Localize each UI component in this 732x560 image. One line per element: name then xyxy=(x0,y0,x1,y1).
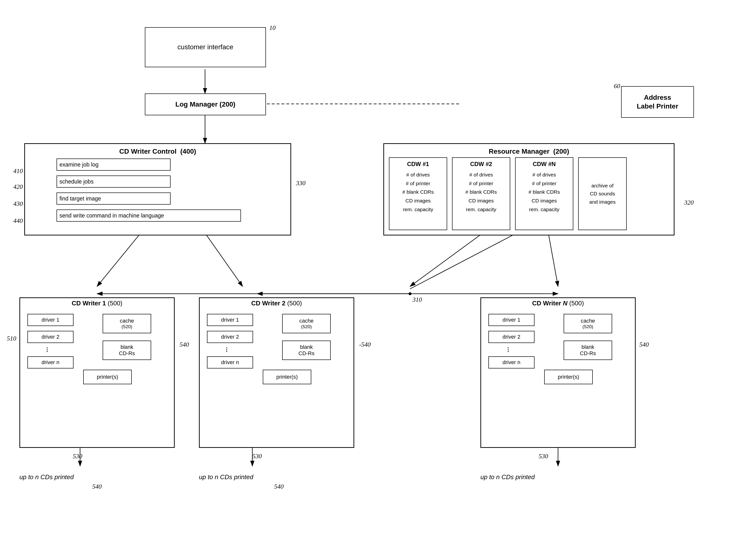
ref-320: 320 xyxy=(684,199,694,206)
printers-n: printer(s) xyxy=(544,370,593,384)
address-label-printer-box: Address Label Printer xyxy=(621,86,694,118)
log-manager-box: Log Manager (200) xyxy=(145,93,266,115)
driver2-2: driver 2 xyxy=(207,331,253,343)
cd-writer-1-box: CD Writer 1 (500) driver 1 driver 2 ⋮ dr… xyxy=(19,297,175,448)
address-label-printer-label: Address Label Printer xyxy=(637,93,678,111)
cd-writer-control-title: CD Writer Control (400) xyxy=(25,146,291,157)
ref-430: 430 xyxy=(13,200,23,208)
svg-line-6 xyxy=(205,233,243,286)
drivern-2: driver n xyxy=(207,356,253,368)
arrows-svg xyxy=(0,0,732,560)
examine-job-log-box: examine job log xyxy=(57,159,171,171)
ref-540-blank-1: 540 xyxy=(180,341,189,348)
resource-manager-box: Resource Manager (200) CDW #1 # of drive… xyxy=(383,143,674,235)
cd-writer-control-box: CD Writer Control (400) examine job log … xyxy=(24,143,291,235)
ref-310: 310 xyxy=(412,296,422,303)
printers-2: printer(s) xyxy=(263,370,311,384)
cache-n: cache (520) xyxy=(564,314,612,333)
ref-530-2: 530 xyxy=(252,453,262,460)
ref-10: 10 xyxy=(269,24,276,32)
output-label-2: up to n CDs printed xyxy=(199,473,253,481)
driver2-n: driver 2 xyxy=(488,331,534,343)
dots-n: ⋮ xyxy=(505,347,511,353)
drivern-n: driver n xyxy=(488,356,534,368)
ref-510-1: 510 xyxy=(7,335,16,342)
svg-line-8 xyxy=(410,233,517,289)
svg-point-10 xyxy=(408,292,411,295)
driver1-2: driver 1 xyxy=(207,314,253,326)
archive-col: archive ofCD soundsand images xyxy=(578,157,627,230)
cd-writer-n-title: CD Writer N (500) xyxy=(481,298,635,308)
cd-writer-2-box: CD Writer 2 (500) driver 1 driver 2 ⋮ dr… xyxy=(199,297,354,448)
cd-writer-1-title: CD Writer 1 (500) xyxy=(20,298,174,308)
cdw-2-col: CDW #2 # of drives# of printer# blank CD… xyxy=(452,157,510,230)
printers-1: printer(s) xyxy=(83,370,132,384)
driver1-1: driver 1 xyxy=(27,314,74,326)
svg-line-7 xyxy=(410,233,483,286)
log-manager-label: Log Manager (200) xyxy=(175,100,235,109)
ref-440: 440 xyxy=(13,217,23,225)
cache-2: cache (520) xyxy=(282,314,331,333)
ref-530-n: 530 xyxy=(539,453,548,460)
driver1-n: driver 1 xyxy=(488,314,534,326)
ref-410: 410 xyxy=(13,167,23,175)
cd-writer-2-title: CD Writer 2 (500) xyxy=(200,298,354,308)
resource-manager-title: Resource Manager (200) xyxy=(384,146,674,157)
drivern-1: driver n xyxy=(27,356,74,368)
ref-540-out-2: 540 xyxy=(274,483,284,490)
cache-1: cache (520) xyxy=(103,314,151,333)
ref-420: 420 xyxy=(13,183,23,191)
output-label-1: up to n CDs printed xyxy=(19,473,74,481)
dots-2: ⋮ xyxy=(224,347,229,353)
ref-330: 330 xyxy=(296,180,306,187)
ref-530-1: 530 xyxy=(73,453,82,460)
customer-interface-box: customer interface xyxy=(145,27,266,67)
blank-cdrs-1: blankCD-Rs xyxy=(103,341,151,360)
send-write-command-box: send write command in machine language xyxy=(57,209,241,222)
ref-540-out-1: 540 xyxy=(92,483,102,490)
diagram: customer interface 10 Log Manager (200) … xyxy=(0,0,732,560)
driver2-1: driver 2 xyxy=(27,331,74,343)
ref-60: 60 xyxy=(614,83,620,90)
output-label-n: up to n CDs printed xyxy=(480,473,535,481)
schedule-jobs-box: schedule jobs xyxy=(57,176,171,188)
cd-writer-n-box: CD Writer N (500) driver 1 driver 2 ⋮ dr… xyxy=(480,297,636,448)
svg-line-5 xyxy=(97,233,141,286)
cdw-n-col: CDW #N # of drives# of printer# blank CD… xyxy=(515,157,573,230)
blank-cdrs-n: blankCD-Rs xyxy=(564,341,612,360)
find-target-image-box: find target image xyxy=(57,192,171,205)
ref-540-2: -540 xyxy=(359,341,371,348)
svg-line-9 xyxy=(548,233,558,286)
dots-1: ⋮ xyxy=(44,347,50,353)
customer-interface-label: customer interface xyxy=(177,43,233,51)
ref-540-n: 540 xyxy=(639,341,649,348)
blank-cdrs-2: blankCD-Rs xyxy=(282,341,331,360)
cdw-1-col: CDW #1 # of drives# of printer# blank CD… xyxy=(389,157,447,230)
